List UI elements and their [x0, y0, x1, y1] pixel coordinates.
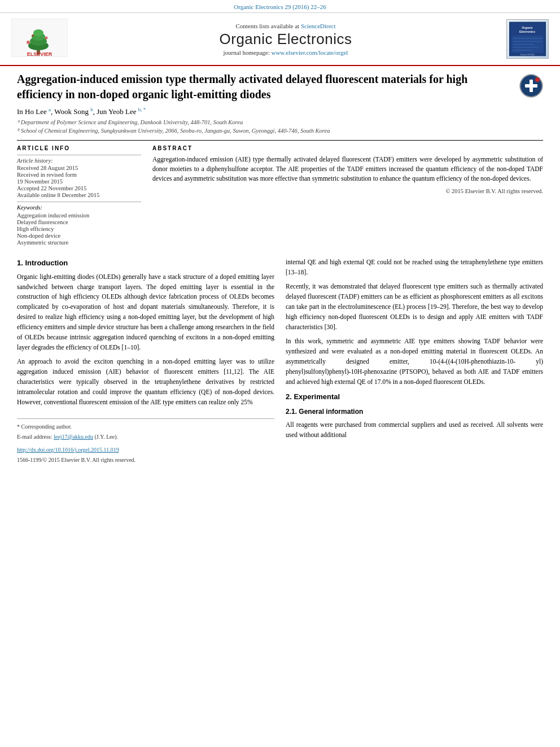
- accepted-date: Accepted 22 November 2015: [17, 185, 141, 191]
- journal-title: Organic Electronics: [73, 30, 498, 48]
- keywords-block: Keywords: Aggregation induced emission D…: [17, 202, 141, 246]
- doi-link[interactable]: http://dx.doi.org/10.1016/j.orgel.2015.1…: [17, 447, 119, 453]
- revised-date: 19 November 2015: [17, 178, 141, 185]
- intro-para1: Organic light-emitting diodes (OLEDs) ge…: [17, 272, 274, 353]
- svg-rect-24: [525, 84, 537, 88]
- history-block: Article history: Received 28 August 2015…: [17, 155, 141, 198]
- keywords-heading: Keywords:: [17, 204, 141, 211]
- received-date: Received 28 August 2015: [17, 165, 141, 171]
- intro-heading: 1. Introduction: [17, 257, 274, 269]
- article-info-heading: ARTICLE INFO: [17, 145, 141, 151]
- journal-title-area: Contents lists available at ScienceDirec…: [73, 23, 498, 56]
- left-column: 1. Introduction Organic light-emitting d…: [17, 257, 274, 465]
- keyword-5: Asymmetric structure: [17, 239, 141, 246]
- intro-para5: In this work, symmetric and asymmetric A…: [286, 337, 543, 387]
- corresponding-label: * Corresponding author.: [17, 423, 72, 430]
- available-date: Available online 8 December 2015: [17, 192, 141, 198]
- contents-line: Contents lists available at ScienceDirec…: [73, 23, 498, 29]
- experimental-heading: 2. Experimental: [286, 391, 543, 403]
- oe-cover-image: Organic Electronics Volume 29 2016: [506, 19, 549, 59]
- right-column: internal QE and high external QE could n…: [286, 257, 543, 465]
- crossmark-icon: [519, 74, 543, 98]
- svg-point-8: [32, 34, 34, 37]
- svg-point-6: [27, 41, 30, 44]
- authors-line: In Ho Lee a, Wook Song b, Jun Yeob Lee b…: [17, 107, 543, 116]
- history-label: Article history:: [17, 158, 141, 164]
- abstract-text: Aggregation-induced emission (AIE) type …: [152, 155, 543, 184]
- keyword-2: Delayed fluorescence: [17, 219, 141, 225]
- abstract-heading: ABSTRACT: [152, 145, 543, 151]
- keyword-4: Non-doped device: [17, 233, 141, 239]
- abstract-panel: ABSTRACT Aggregation-induced emission (A…: [152, 145, 543, 246]
- main-body-columns: 1. Introduction Organic light-emitting d…: [17, 257, 543, 465]
- svg-text:ELSEVIER: ELSEVIER: [27, 51, 53, 57]
- crossmark-area[interactable]: [519, 74, 543, 100]
- doi-area: http://dx.doi.org/10.1016/j.orgel.2015.1…: [17, 445, 274, 455]
- article-title-section: Aggregation-induced emission type therma…: [17, 72, 543, 102]
- info-abstract-section: ARTICLE INFO Article history: Received 2…: [17, 145, 543, 246]
- intro-para3: internal QE and high external QE could n…: [286, 257, 543, 278]
- experimental-subheading: 2.1. General information: [286, 407, 543, 417]
- intro-para4: Recently, it was demonstrated that delay…: [286, 282, 543, 332]
- homepage-url[interactable]: www.elsevier.com/locate/orgel: [271, 49, 348, 56]
- header-divider: [17, 140, 543, 141]
- abstract-copyright: © 2015 Elsevier B.V. All rights reserved…: [152, 188, 543, 194]
- svg-point-25: [535, 77, 540, 82]
- issn-area: 1566-1199/© 2015 Elsevier B.V. All right…: [17, 456, 274, 465]
- sciencedirect-link[interactable]: ScienceDirect: [301, 23, 336, 29]
- intro-para2: An approach to avoid the exciton quenchi…: [17, 357, 274, 407]
- contents-prefix: Contents lists available at: [235, 23, 300, 29]
- elsevier-logo-area: ELSEVIER: [11, 19, 73, 59]
- svg-text:Volume 29 2016: Volume 29 2016: [520, 54, 535, 56]
- footnote-area: * Corresponding author. E-mail address: …: [17, 418, 274, 441]
- svg-point-5: [33, 29, 43, 36]
- revised-label: Received in revised form: [17, 172, 141, 178]
- svg-text:Electronics: Electronics: [519, 30, 535, 33]
- article-info-panel: ARTICLE INFO Article history: Received 2…: [17, 145, 141, 246]
- svg-rect-14: [511, 36, 543, 53]
- homepage-prefix: journal homepage:: [224, 49, 272, 56]
- elsevier-logo-svg: ELSEVIER: [11, 19, 68, 57]
- email-note: E-mail address: leej17@akku.edu (J.Y. Le…: [17, 433, 274, 442]
- oe-cover-area: Organic Electronics Volume 29 2016: [498, 19, 549, 59]
- affiliations: ᵃ Department of Polymer Science and Engi…: [17, 119, 543, 135]
- article-title: Aggregation-induced emission type therma…: [17, 72, 491, 102]
- journal-citation: Organic Electronics 29 (2016) 22–26: [234, 3, 326, 10]
- svg-text:Organic: Organic: [522, 26, 533, 29]
- oe-cover-svg: Organic Electronics Volume 29 2016: [509, 19, 546, 59]
- affiliation-a: ᵃ Department of Polymer Science and Engi…: [17, 119, 543, 127]
- keyword-3: High efficiency: [17, 226, 141, 232]
- journal-citation-bar: Organic Electronics 29 (2016) 22–26: [0, 0, 560, 13]
- experimental-para1: All reagents were purchased from commerc…: [286, 420, 543, 440]
- svg-point-7: [45, 37, 48, 40]
- email-suffix: (J.Y. Lee).: [95, 434, 118, 440]
- journal-header: ELSEVIER Contents lists available at Sci…: [0, 13, 560, 66]
- homepage-line: journal homepage: www.elsevier.com/locat…: [73, 49, 498, 56]
- email-label: E-mail address:: [17, 434, 52, 440]
- article-body: Aggregation-induced emission type therma…: [0, 66, 560, 475]
- keyword-1: Aggregation induced emission: [17, 212, 141, 219]
- affiliation-b: ᵇ School of Chemical Engineering, Sungky…: [17, 127, 543, 136]
- email-link[interactable]: leej17@akku.edu: [54, 434, 93, 440]
- corresponding-note: * Corresponding author.: [17, 422, 274, 431]
